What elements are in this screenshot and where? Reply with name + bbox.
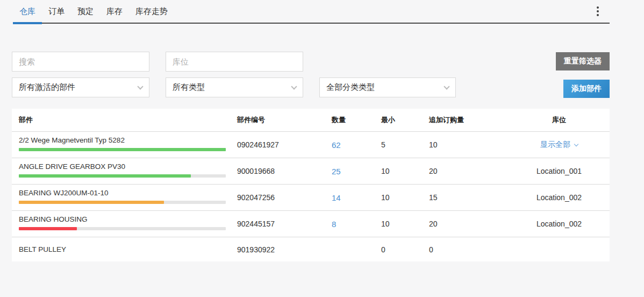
table-row: BELT PULLEY 901930922 0 0 (12, 237, 610, 261)
stock-level-bar (19, 148, 226, 151)
reorder-value: 20 (429, 158, 509, 184)
header-minimum: 最小 (381, 115, 429, 125)
search-input[interactable] (12, 52, 149, 72)
location-value: Location_001 (509, 158, 610, 184)
quantity-link[interactable]: 8 (332, 220, 336, 229)
quantity-value (332, 237, 381, 261)
filter-section: 所有激活的部件 所有类型 全部分类类型 重置筛选器 添加部件 (12, 52, 610, 98)
part-cell: BELT PULLEY (12, 237, 237, 261)
reorder-value: 0 (429, 237, 509, 261)
show-all-label: 显示全部 (540, 140, 570, 150)
tab-inventory-trend[interactable]: 库存走势 (129, 0, 174, 23)
minimum-value: 0 (381, 237, 429, 261)
part-number: 902445157 (237, 211, 332, 237)
part-number: 901930922 (237, 237, 332, 261)
kebab-menu-icon[interactable] (593, 3, 602, 19)
header-part: 部件 (12, 115, 237, 125)
chevron-down-icon (291, 83, 297, 89)
tab-bar: 仓库 订单 预定 库存 库存走势 (13, 0, 610, 24)
chevron-down-icon (137, 83, 143, 89)
location-input[interactable] (166, 52, 303, 72)
part-name: BEARING WJ200UM-01-10 (19, 189, 237, 197)
reorder-value: 10 (429, 132, 509, 158)
tab-inventory[interactable]: 库存 (100, 0, 129, 23)
warehouse-page: 仓库 订单 预定 库存 库存走势 所有激活的部件 所有类型 全部分类类型 重置筛… (0, 0, 644, 297)
category-dropdown[interactable]: 全部分类类型 (319, 77, 456, 97)
type-dropdown[interactable]: 所有类型 (166, 77, 303, 97)
part-number: 902047256 (237, 185, 332, 210)
minimum-value: 5 (381, 132, 429, 158)
part-name: ANGLE DRIVE GEARBOX PV30 (19, 162, 237, 171)
part-cell: BEARING HOUSING (12, 211, 237, 237)
tab-list: 仓库 订单 预定 库存 库存走势 (13, 0, 174, 23)
header-reorder-qty: 追加订购量 (429, 115, 509, 125)
table-header-row: 部件 部件编号 数量 最小 追加订购量 库位 (12, 109, 610, 131)
part-cell: 2/2 Wege Magnetventil Typ 5282 (12, 132, 237, 158)
category-dropdown-value: 全部分类类型 (326, 82, 375, 93)
quantity-link[interactable]: 25 (332, 167, 341, 176)
quantity-link[interactable]: 14 (332, 193, 341, 202)
quantity-link[interactable]: 62 (332, 140, 341, 150)
minimum-value: 10 (381, 185, 429, 210)
parts-table: 部件 部件编号 数量 最小 追加订购量 库位 2/2 Wege Magnetve… (12, 109, 610, 261)
type-dropdown-value: 所有类型 (173, 82, 205, 93)
active-parts-dropdown[interactable]: 所有激活的部件 (12, 77, 149, 97)
header-part-number: 部件编号 (237, 115, 332, 125)
chevron-down-icon (574, 142, 578, 146)
location-value: Location_002 (509, 211, 610, 237)
reorder-value: 15 (429, 185, 509, 210)
table-row: BEARING WJ200UM-01-10 902047256 14 10 15… (12, 184, 610, 210)
part-number: 0902461927 (237, 132, 332, 158)
tab-warehouse[interactable]: 仓库 (13, 0, 42, 23)
table-row: BEARING HOUSING 902445157 8 10 20 Locati… (12, 210, 610, 237)
chevron-down-icon (443, 83, 449, 89)
tab-orders[interactable]: 订单 (42, 0, 71, 23)
location-value (509, 237, 610, 261)
part-number: 900019668 (237, 158, 332, 184)
stock-level-bar (19, 227, 226, 230)
part-name: 2/2 Wege Magnetventil Typ 5282 (19, 136, 237, 144)
part-cell: BEARING WJ200UM-01-10 (12, 185, 237, 210)
add-part-button[interactable]: 添加部件 (563, 80, 610, 98)
minimum-value: 10 (381, 158, 429, 184)
header-quantity: 数量 (332, 115, 381, 125)
stock-level-bar (19, 201, 226, 204)
part-name: BEARING HOUSING (19, 215, 237, 223)
table-row: ANGLE DRIVE GEARBOX PV30 900019668 25 10… (12, 158, 610, 184)
minimum-value: 10 (381, 211, 429, 237)
part-cell: ANGLE DRIVE GEARBOX PV30 (12, 158, 237, 184)
reset-filters-button[interactable]: 重置筛选器 (556, 52, 610, 70)
reorder-value: 20 (429, 211, 509, 237)
tab-reservations[interactable]: 预定 (71, 0, 100, 23)
location-value: Location_002 (509, 185, 610, 210)
part-name: BELT PULLEY (19, 245, 66, 253)
show-all-locations-link[interactable]: 显示全部 (540, 140, 578, 150)
header-location: 库位 (509, 115, 610, 125)
active-parts-dropdown-value: 所有激活的部件 (19, 82, 75, 93)
table-row: 2/2 Wege Magnetventil Typ 5282 090246192… (12, 131, 610, 158)
stock-level-bar (19, 174, 226, 178)
